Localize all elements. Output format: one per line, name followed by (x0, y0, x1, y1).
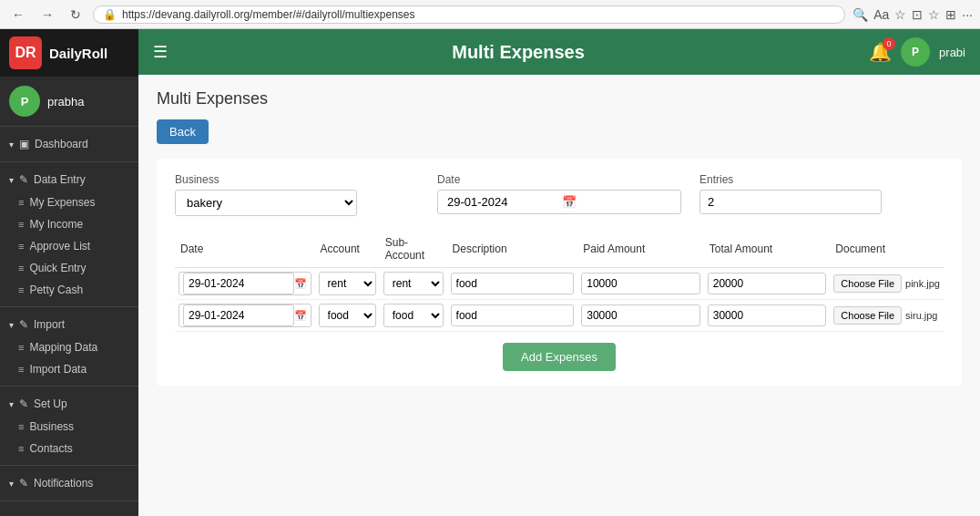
list-icon: ≡ (18, 364, 24, 375)
petty-cash-label: Petty Cash (29, 284, 83, 296)
row-paid-amount-cell (577, 300, 704, 332)
fav-icon[interactable]: ☆ (928, 7, 940, 22)
col-sub-account: Sub-Account (380, 231, 447, 268)
sidebar-item-dashboard[interactable]: ▾ ▣ Dashboard (0, 132, 138, 156)
entries-input[interactable] (699, 190, 882, 214)
calendar-icon[interactable]: 📅 (562, 195, 577, 209)
approve-list-label: Approve List (29, 240, 90, 253)
row-date-wrap: 📅 (179, 272, 311, 295)
table-row: 📅 rentfoodutilities rentfoodutilities (175, 300, 944, 332)
sidebar-section-import: ▾ ✎ Import ≡ Mapping Data ≡ Import Data (0, 307, 138, 387)
bell-icon: ✎ (19, 477, 28, 490)
setup-label: Set Up (34, 397, 67, 410)
col-document: Document (830, 231, 944, 268)
row-paid-amount-input[interactable] (581, 273, 700, 294)
search-icon[interactable]: 🔍 (852, 7, 868, 22)
form-row-top: Business bakery restaurant retail Date 📅 (175, 173, 944, 216)
sidebar-item-import-data[interactable]: ≡ Import Data (0, 358, 138, 380)
row-description-input[interactable] (451, 304, 575, 326)
list-icon: ≡ (18, 219, 24, 230)
star-icon[interactable]: ☆ (894, 7, 906, 22)
sidebar-item-approve-list[interactable]: ≡ Approve List (0, 235, 138, 257)
row-sub-account-cell: rentfoodutilities (380, 268, 447, 300)
back-button[interactable]: Back (157, 119, 209, 144)
choose-file-button[interactable]: Choose File (833, 306, 902, 325)
sidebar-item-mapping-data[interactable]: ≡ Mapping Data (0, 336, 138, 358)
setup-icon: ✎ (19, 397, 28, 410)
sidebar-item-my-income[interactable]: ≡ My Income (0, 213, 138, 235)
sidebar-item-petty-cash[interactable]: ≡ Petty Cash (0, 279, 138, 301)
row-paid-amount-input[interactable] (581, 304, 700, 326)
sidebar-header-notifications[interactable]: ▾ ✎ Notifications (0, 471, 138, 495)
row-document-cell: Choose File pink.jpg (830, 268, 944, 300)
user-profile: P prabha (0, 77, 138, 127)
sidebar-header-import[interactable]: ▾ ✎ Import (0, 313, 138, 336)
col-date: Date (175, 231, 315, 268)
row-calendar-icon[interactable]: 📅 (294, 310, 307, 322)
sidebar-item-business[interactable]: ≡ Business (0, 416, 138, 438)
page-content: Multi Expenses Back Business bakery rest… (138, 75, 980, 516)
notification-badge[interactable]: 🔔 0 (869, 41, 892, 63)
row-total-amount-input[interactable] (708, 304, 827, 326)
row-account-select[interactable]: rentfoodutilities (319, 304, 376, 327)
notification-count: 0 (883, 37, 895, 50)
import-icon: ✎ (19, 318, 28, 331)
choose-file-button[interactable]: Choose File (833, 274, 902, 293)
sidebar-logo: DR DailyRoll (0, 29, 138, 77)
list-icon: ≡ (18, 421, 24, 432)
back-nav-button[interactable]: ← (7, 5, 29, 24)
logo-text: DailyRoll (49, 46, 107, 61)
list-icon: ≡ (18, 263, 24, 273)
lock-icon: 🔒 (103, 8, 117, 21)
logo-icon: DR (9, 36, 42, 69)
app-container: DR DailyRoll P prabha ▾ ▣ Dashboard ▾ ✎ … (0, 29, 980, 516)
row-sub-account-select[interactable]: rentfoodutilities (383, 304, 444, 327)
row-paid-amount-cell (577, 268, 704, 300)
forward-nav-button[interactable]: → (36, 5, 58, 24)
date-input[interactable] (444, 191, 562, 213)
pencil-icon: ✎ (19, 173, 28, 186)
extension-icon[interactable]: ⊞ (945, 7, 956, 22)
sidebar-item-quick-entry[interactable]: ≡ Quick Entry (0, 257, 138, 279)
row-date-input[interactable] (183, 304, 294, 326)
sidebar-header-data-entry[interactable]: ▾ ✎ Data Entry (0, 168, 138, 191)
row-total-amount-input[interactable] (708, 273, 827, 294)
row-description-cell (447, 300, 578, 332)
reader-icon[interactable]: Aa (873, 7, 889, 22)
row-description-input[interactable] (451, 273, 575, 294)
avatar: P (9, 86, 40, 117)
list-icon: ≡ (18, 342, 24, 353)
hamburger-button[interactable]: ☰ (153, 42, 168, 62)
header-title: Multi Expenses (452, 42, 585, 63)
sidebar-header-setup[interactable]: ▾ ✎ Set Up (0, 392, 138, 416)
row-date-input[interactable] (183, 273, 294, 294)
refresh-nav-button[interactable]: ↻ (66, 5, 86, 24)
more-icon[interactable]: ··· (962, 7, 973, 22)
sidebar: DR DailyRoll P prabha ▾ ▣ Dashboard ▾ ✎ … (0, 29, 138, 516)
business-select[interactable]: bakery restaurant retail (175, 190, 357, 216)
chevron-icon: ▾ (9, 320, 14, 330)
my-expenses-label: My Expenses (29, 196, 95, 209)
split-icon[interactable]: ⊡ (912, 7, 923, 22)
import-label: Import (34, 318, 65, 331)
row-date-cell: 📅 (175, 268, 315, 300)
quick-entry-label: Quick Entry (29, 262, 86, 274)
col-paid-amount: Paid Amount (577, 231, 704, 268)
table-row: 📅 rentfoodutilities rentfoodutilities (175, 268, 944, 300)
business-group: Business bakery restaurant retail (175, 173, 419, 216)
row-calendar-icon[interactable]: 📅 (294, 278, 307, 290)
row-date-cell: 📅 (175, 300, 315, 332)
sidebar-item-contacts[interactable]: ≡ Contacts (0, 438, 138, 459)
chevron-icon: ▾ (9, 139, 14, 150)
row-description-cell (447, 268, 578, 300)
browser-toolbar-icons: 🔍 Aa ☆ ⊡ ☆ ⊞ ··· (852, 7, 973, 22)
dashboard-label: Dashboard (35, 138, 88, 150)
row-account-select[interactable]: rentfoodutilities (319, 272, 376, 295)
sidebar-item-my-expenses[interactable]: ≡ My Expenses (0, 191, 138, 213)
sidebar-section-notifications: ▾ ✎ Notifications (0, 466, 138, 501)
entries-label: Entries (699, 173, 944, 186)
list-icon: ≡ (18, 241, 24, 252)
chevron-icon: ▾ (9, 479, 14, 489)
add-expenses-button[interactable]: Add Expenses (503, 343, 616, 371)
row-sub-account-select[interactable]: rentfoodutilities (383, 272, 444, 295)
